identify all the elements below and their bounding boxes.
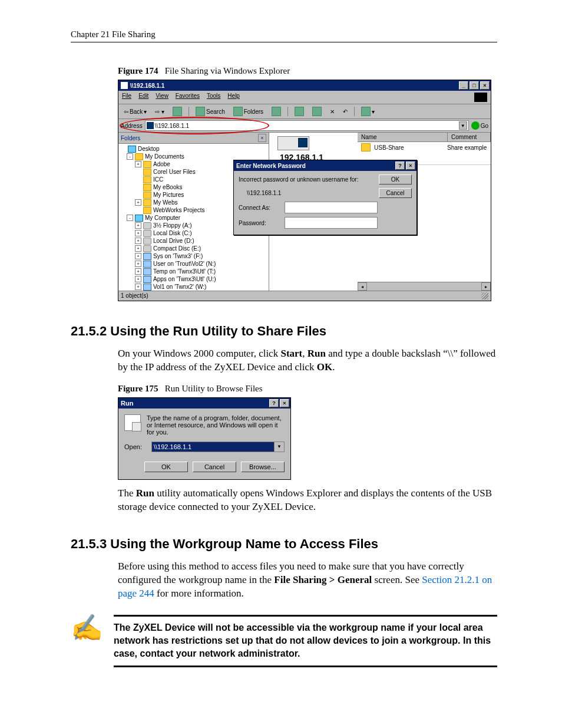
views-button[interactable]: ▾	[358, 106, 378, 117]
close-button[interactable]: ×	[480, 81, 490, 90]
address-bar: Address \\192.168.1.1 ▼ Go	[118, 119, 491, 133]
open-dropdown-icon[interactable]: ▼	[274, 442, 284, 452]
resize-grip-icon[interactable]	[481, 292, 488, 299]
copy-to-icon	[312, 107, 322, 116]
dialog-ok-button[interactable]: OK	[379, 174, 412, 185]
menu-help[interactable]: Help	[227, 93, 240, 102]
after-run-paragraph: The Run utility automatically opens Wind…	[118, 487, 497, 514]
dialog-cancel-button[interactable]: Cancel	[379, 188, 412, 198]
menu-tools[interactable]: Tools	[207, 93, 220, 102]
horizontal-scrollbar[interactable]: ◂ ▸	[358, 282, 491, 291]
folders-pane-title: Folders	[121, 135, 140, 141]
tree-item[interactable]: +User on 'Trout\Vol2' (N:)	[120, 260, 267, 268]
copy-button[interactable]	[309, 106, 325, 117]
connect-as-label: Connect As:	[239, 205, 280, 211]
run-message: Type the name of a program, folder, docu…	[147, 414, 285, 436]
tree-label: Sys on 'Twnx3' (F:)	[153, 252, 203, 260]
figure-174-window: \\192.168.1.1 _ □ × File Edit View Favor…	[118, 80, 491, 301]
history-button[interactable]	[269, 106, 284, 117]
window-titlebar[interactable]: \\192.168.1.1 _ □ ×	[118, 80, 491, 91]
tree-item[interactable]: +Compact Disc (E:)	[120, 245, 267, 252]
scroll-left-icon[interactable]: ◂	[358, 282, 367, 291]
address-icon	[147, 122, 154, 129]
folder-icon	[143, 176, 151, 183]
expand-icon[interactable]: +	[135, 284, 141, 290]
column-comment[interactable]: Comment	[448, 133, 491, 141]
menu-file[interactable]: File	[122, 93, 131, 102]
open-combobox[interactable]: \\192.168.1.1 ▼	[151, 442, 285, 452]
go-button[interactable]: Go	[471, 121, 488, 130]
folder-icon	[143, 161, 151, 168]
dialog-message: Incorrect password or unknown username f…	[239, 176, 374, 183]
dialog-titlebar[interactable]: Enter Network Password ? ×	[234, 160, 416, 171]
dialog-help-button[interactable]: ?	[395, 162, 405, 170]
expand-icon[interactable]: +	[135, 199, 141, 206]
expand-icon[interactable]: +	[135, 276, 141, 282]
toolbar-separator	[189, 107, 189, 116]
undo-button[interactable]: ↶	[340, 107, 351, 116]
dialog-close-button[interactable]: ×	[406, 162, 415, 170]
expand-icon[interactable]: +	[135, 245, 141, 252]
tree-item[interactable]: +Local Drive (D:)	[120, 237, 267, 245]
tree-item[interactable]: Desktop	[120, 145, 267, 153]
expand-icon[interactable]: -	[127, 153, 133, 160]
expand-icon[interactable]: +	[135, 261, 141, 267]
password-input[interactable]	[285, 217, 378, 229]
expand-icon[interactable]: +	[135, 161, 141, 167]
run-close-button[interactable]: ×	[280, 399, 289, 407]
drive-icon	[143, 222, 151, 229]
run-help-button[interactable]: ?	[269, 399, 279, 407]
tree-item[interactable]: +Vol1 on 'Twnx2' (W:)	[120, 283, 267, 291]
minimize-button[interactable]: _	[459, 81, 468, 90]
tree-item[interactable]: +Sys on 'Twnx3' (F:)	[120, 252, 267, 260]
expand-icon[interactable]: +	[135, 268, 141, 275]
expand-icon[interactable]: +	[135, 230, 141, 236]
tree-label: WebWorks Projects	[153, 206, 204, 214]
menu-favorites[interactable]: Favorites	[176, 93, 200, 102]
run-cancel-button[interactable]: Cancel	[193, 462, 236, 472]
share-comment: Share example	[447, 144, 487, 151]
tree-label: ICC	[153, 176, 163, 183]
folders-button[interactable]: Folders	[230, 106, 266, 117]
net-icon	[143, 261, 151, 268]
expand-icon[interactable]: +	[135, 238, 141, 244]
tree-label: Adobe	[153, 160, 170, 168]
scroll-right-icon[interactable]: ▸	[481, 282, 491, 291]
address-input[interactable]: \\192.168.1.1 ▼	[145, 120, 469, 131]
figure-174-label: Figure 174	[118, 66, 158, 75]
address-dropdown-icon[interactable]: ▼	[459, 121, 467, 130]
menu-view[interactable]: View	[156, 93, 168, 102]
expand-icon[interactable]: +	[135, 222, 141, 229]
move-button[interactable]	[292, 106, 307, 117]
dialog-title: Enter Network Password	[236, 163, 306, 169]
forward-button[interactable]: ⇨ ▾	[152, 107, 167, 116]
standard-toolbar: ⇦ Back ▾ ⇨ ▾ Search Folders ✕ ↶ ▾	[118, 104, 491, 119]
expand-icon[interactable]: -	[127, 215, 133, 221]
up-button[interactable]	[170, 106, 185, 117]
tree-label: Desktop	[138, 145, 160, 153]
text: ,	[302, 348, 308, 359]
note-body: The ZyXEL Device will not be accessible …	[114, 615, 497, 667]
run-dialog: Run ? × Type the name of a program, fold…	[118, 397, 291, 480]
run-ok-button[interactable]: OK	[144, 462, 188, 472]
network-place-icon	[277, 136, 309, 150]
maximize-button[interactable]: □	[470, 81, 479, 90]
folder-icon	[361, 143, 371, 151]
menu-edit[interactable]: Edit	[138, 93, 148, 102]
share-item[interactable]: USB-Share Share example	[358, 142, 491, 153]
run-browse-button[interactable]: Browse...	[241, 462, 285, 472]
run-titlebar[interactable]: Run ? ×	[118, 398, 290, 409]
expand-icon[interactable]: +	[135, 253, 141, 259]
delete-button[interactable]: ✕	[327, 107, 338, 116]
folders-pane-close-icon[interactable]: ×	[258, 134, 266, 142]
section-21-5-3-paragraph: Before using this method to access files…	[118, 560, 497, 601]
back-button[interactable]: ⇦ Back ▾	[121, 107, 150, 116]
desk-icon	[135, 215, 143, 222]
tree-item[interactable]: +Temp on 'Twnx3\Utl' (T:)	[120, 268, 267, 275]
search-button[interactable]: Search	[193, 106, 228, 117]
net-icon	[143, 268, 151, 275]
column-name[interactable]: Name	[358, 133, 448, 141]
connect-as-input[interactable]	[285, 202, 378, 213]
tree-label: Temp on 'Twnx3\Utl' (T:)	[153, 268, 216, 275]
tree-item[interactable]: +Apps on 'Twnx3\Utl' (U:)	[120, 275, 267, 283]
